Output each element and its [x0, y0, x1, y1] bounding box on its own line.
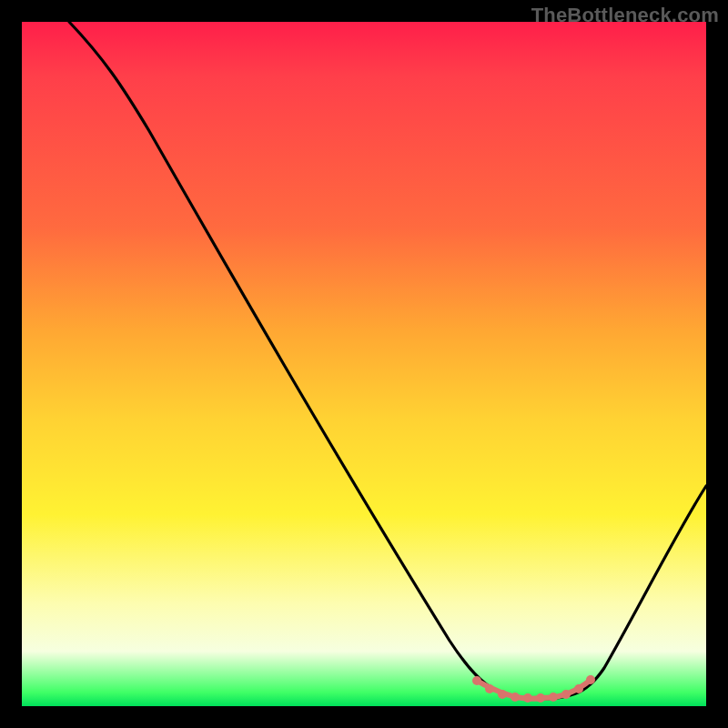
watermark-text: TheBottleneck.com [531, 4, 719, 27]
chart-svg [22, 22, 706, 706]
bottleneck-curve [69, 22, 706, 699]
optimal-range-marker [472, 675, 595, 703]
chart-frame [22, 22, 706, 706]
